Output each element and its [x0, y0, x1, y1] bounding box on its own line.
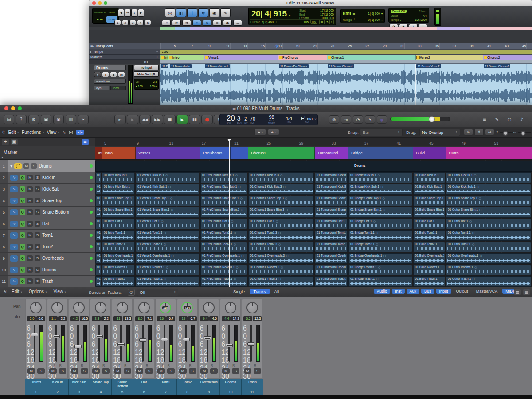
region-label[interactable]: 11 Drums Verse2 — [416, 64, 441, 68]
region[interactable]: 01 Outro Tom2.1○ — [446, 242, 531, 252]
grabber-tool[interactable]: ❖ — [198, 8, 208, 17]
mixer-menu-view[interactable]: View∨ — [54, 289, 66, 294]
stop-button[interactable]: ■ — [164, 115, 176, 124]
input-monitor-label[interactable]: I — [205, 364, 206, 367]
region[interactable]: 01 Outro Rooms.1○ — [446, 265, 531, 275]
quantize-button[interactable]: Q — [20, 186, 25, 192]
lcd-time-signature[interactable]: 4/4 TIME — [281, 114, 297, 125]
region[interactable]: 01 PreChorus Kick In.1○ — [200, 172, 247, 183]
gain-value[interactable]: -6.2 — [243, 316, 252, 321]
fader-cap[interactable] — [161, 338, 168, 341]
record-enable-button[interactable]: ● — [94, 72, 101, 77]
mute-button[interactable]: M — [27, 175, 33, 180]
solo-button[interactable]: S — [232, 368, 239, 374]
input-selector[interactable]: no input — [134, 65, 159, 70]
gain-value[interactable]: -19 — [179, 316, 188, 321]
region[interactable]: 01 Bridge Tom2.1○ — [348, 242, 412, 252]
region-lead[interactable]: 01 I — [95, 196, 101, 206]
flex-icon[interactable]: ⋈ — [69, 130, 73, 135]
drag-selector[interactable]: No Overlap⇕ — [419, 129, 460, 136]
list-editors-icon[interactable]: ≡ — [480, 115, 489, 124]
track-on-indicator[interactable] — [90, 268, 93, 271]
menu-view[interactable]: View∨ — [47, 130, 60, 135]
track-on-indicator[interactable] — [90, 245, 93, 248]
mixer-view-tracks[interactable]: Tracks — [250, 289, 269, 294]
mute-button[interactable]: M — [27, 278, 33, 284]
region-lead[interactable]: 01 I — [95, 207, 101, 218]
region[interactable]: 01 Verse1 Kick Sub.1○ — [136, 184, 200, 195]
filter-aux[interactable]: Aux — [407, 289, 420, 294]
region-label[interactable]: 11 Drums Verse1 — [205, 64, 230, 68]
filter-audio[interactable]: Audio — [374, 289, 390, 294]
quantize-button[interactable]: Q — [20, 232, 25, 238]
delay-compensation-chip[interactable]: Dly — [310, 20, 317, 24]
region[interactable]: 01 Intro Snare Btm.1 — [102, 207, 135, 218]
pan-knob[interactable] — [246, 302, 258, 313]
lcd-position[interactable]: 20BAR 3BEAT 2DIV 70TICK — [220, 114, 262, 125]
forward-button[interactable]: ▶▶ — [152, 115, 163, 124]
record-enable-label[interactable]: R — [211, 364, 213, 367]
region[interactable]: 01 Build Kick In.1 — [413, 172, 445, 183]
editors-icon[interactable]: ✂ — [78, 115, 89, 124]
vertical-auto-zoom-icon[interactable]: ⇕ — [474, 129, 484, 136]
track-on-indicator[interactable] — [90, 222, 93, 225]
nudge-icon[interactable]: ◀▶ — [223, 20, 232, 26]
tuning-fork-icon[interactable]: ψ — [377, 115, 387, 124]
input-monitor-button[interactable]: I — [102, 72, 109, 77]
gain-value[interactable]: -2.0 — [27, 316, 36, 321]
region[interactable]: 01 Turnaround Kick Sub.1 — [315, 184, 348, 195]
zoom-right-icon[interactable]: ▶ — [138, 9, 144, 17]
mute-button[interactable]: M — [23, 163, 29, 169]
fader-db-value[interactable]: -12.3 — [253, 316, 262, 321]
track-on-indicator[interactable] — [90, 188, 93, 191]
filter-input[interactable]: Input — [436, 289, 451, 294]
mixer-icon[interactable]: ▥ — [66, 115, 76, 124]
track-header-kick-in[interactable]: 2∿QMSKick In — [0, 172, 95, 184]
region[interactable]: 01 Outro Tom1.1○ — [446, 230, 531, 241]
region[interactable]: 01 Bridge Hat.1○ — [348, 219, 412, 229]
mute-button[interactable]: M — [114, 368, 121, 374]
region[interactable]: 01 Build Kick Sub.1 — [413, 184, 445, 195]
pointer-tool[interactable]: ➤∨ — [254, 129, 266, 136]
quantize-button[interactable]: Q — [20, 244, 25, 250]
narrow-strips-icon[interactable]: ▥ — [514, 289, 521, 295]
track-header-snare-top[interactable]: 4∿QMSSnare Top — [0, 195, 95, 207]
mute-button[interactable]: M — [27, 244, 33, 250]
mute-button[interactable]: M — [179, 368, 187, 374]
track-header-overheads[interactable]: 9∿QMSOverheads — [0, 253, 95, 264]
mute-button[interactable]: M — [27, 209, 33, 215]
tempo-value[interactable]: 105.0000 — [415, 18, 427, 21]
quantize-button[interactable]: Q — [20, 221, 25, 227]
automation-read[interactable]: read — [110, 86, 126, 90]
region[interactable]: 01 Outro Kick In.1○ — [446, 172, 531, 183]
link-timeline-icon[interactable]: ⇄ — [172, 20, 181, 26]
midi-catch-icon[interactable]: ↯ — [4, 289, 7, 294]
channel-name-plate[interactable]: Kick Sub3 — [69, 379, 90, 395]
record-enable-label[interactable]: R — [146, 364, 148, 367]
region[interactable]: 01 Bridge Rooms.1○ — [348, 265, 412, 275]
region[interactable]: 01 Verse1 Snare Top.1○ — [136, 196, 200, 206]
region[interactable]: 01 Verse1 Overheads.1○ — [136, 253, 200, 264]
mute-button[interactable]: M — [244, 368, 251, 374]
region[interactable]: 01 Bridge Kick Sub.1○ — [348, 184, 412, 195]
region[interactable]: 01 Verse1 Snare Btm.1○ — [136, 207, 200, 218]
track-on-indicator[interactable] — [90, 199, 93, 202]
region[interactable]: 01 PreChorus Kick Sub.1○ — [200, 184, 247, 195]
inspector-icon[interactable]: ▣ — [41, 115, 51, 124]
lcd-key-signature[interactable]: E♭ maj KEY ∨ — [297, 114, 317, 125]
channel-strip-tom2[interactable]: +49-19-6.7606121824304060IRMS — [177, 299, 198, 379]
fader-cap[interactable] — [139, 338, 146, 342]
fader-db-value[interactable]: -14.3 — [231, 316, 240, 321]
channel-name-plate[interactable]: Overheads9 — [198, 379, 220, 395]
tracks-area[interactable]: Drums01 I01 Intro Kick In.101 Verse1 Kic… — [95, 160, 532, 287]
pan-knob[interactable] — [51, 302, 63, 313]
region[interactable]: 01 Intro Kick Sub.1 — [102, 184, 135, 195]
record-enable-label[interactable]: R — [254, 364, 256, 367]
quantize-button[interactable]: Q — [20, 267, 25, 273]
play-from-selection-button[interactable]: ▶ — [127, 115, 138, 124]
region[interactable]: 01 Build Tom1.1 — [413, 230, 445, 241]
pan-knob[interactable] — [225, 302, 236, 313]
meter-mini-icon[interactable]: ▯ — [329, 20, 334, 24]
region[interactable]: 01 Bridge Snare Btm.1○ — [348, 207, 412, 218]
count-off-chip[interactable]: Count Off — [391, 10, 407, 13]
